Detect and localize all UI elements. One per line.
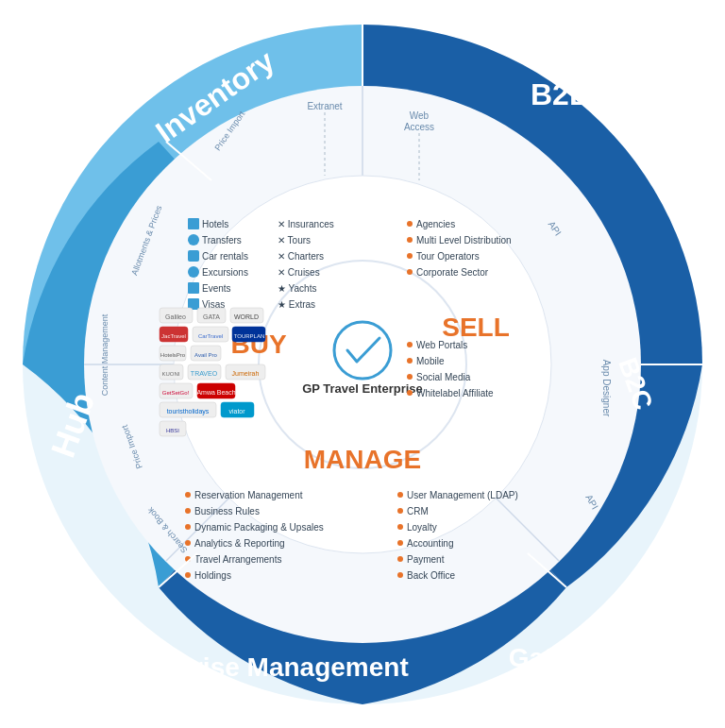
app-designer-label: App Designer xyxy=(601,359,612,416)
svg-text:touristholidays: touristholidays xyxy=(167,408,210,415)
payment-item: Payment xyxy=(407,554,445,565)
crm-item: CRM xyxy=(407,506,429,516)
center-title: GP Travel Enterprise xyxy=(302,381,423,396)
svg-point-19 xyxy=(407,237,413,243)
enterprise-label: Enterprise Management xyxy=(109,652,408,682)
svg-text:GATA: GATA xyxy=(203,313,220,320)
svg-point-31 xyxy=(185,572,191,578)
svg-text:Jumeirah: Jumeirah xyxy=(232,370,260,377)
svg-point-28 xyxy=(185,524,191,530)
cruises-item: ✕ Cruises xyxy=(278,267,320,278)
web-portals-item: Web Portals xyxy=(416,340,467,350)
loyalty-item: Loyalty xyxy=(407,522,437,533)
svg-point-29 xyxy=(185,540,191,546)
reservation-item: Reservation Management xyxy=(194,490,303,500)
svg-text:Amwa Beach: Amwa Beach xyxy=(196,389,235,396)
svg-text:Galileo: Galileo xyxy=(165,313,186,320)
svg-point-35 xyxy=(397,540,403,546)
tour-operators-item: Tour Operators xyxy=(416,251,480,262)
svg-text:TOURPLAN: TOURPLAN xyxy=(234,333,265,339)
svg-rect-12 xyxy=(188,218,199,229)
sell-label: SELL xyxy=(442,313,510,342)
svg-point-22 xyxy=(407,342,413,347)
excursions-item: Excursions xyxy=(202,267,248,278)
content-label: Content Management xyxy=(100,313,110,396)
diagram-container: BUY SELL MANAGE GP Travel Enterprise Inv… xyxy=(13,15,712,714)
dynamic-pkg-item: Dynamic Packaging & Upsales xyxy=(194,522,324,533)
whitelabel-item: Whitelabel Affiliate xyxy=(416,388,494,398)
svg-rect-13 xyxy=(188,234,199,245)
extras-item: ★ Extras xyxy=(278,299,315,310)
tours-item: ✕ Tours xyxy=(278,235,311,245)
svg-text:HotelsPro: HotelsPro xyxy=(160,352,186,358)
mobile-item: Mobile xyxy=(416,356,445,366)
svg-point-21 xyxy=(407,269,413,275)
svg-rect-14 xyxy=(188,250,199,262)
svg-text:GetSetGo!: GetSetGo! xyxy=(162,390,190,396)
svg-point-25 xyxy=(407,390,413,396)
svg-point-20 xyxy=(407,253,413,259)
gateways-label: Gateways xyxy=(509,643,632,672)
svg-text:KUONI: KUONI xyxy=(161,371,179,377)
events-item: Events xyxy=(202,283,231,294)
svg-rect-15 xyxy=(188,266,199,278)
svg-text:WORLD: WORLD xyxy=(234,313,259,320)
user-mgmt-item: User Management (LDAP) xyxy=(407,490,518,500)
svg-text:TRAVEO: TRAVEO xyxy=(191,370,218,377)
multi-level-item: Multi Level Distribution xyxy=(416,235,512,245)
analytics-item: Analytics & Reporting xyxy=(194,538,285,549)
svg-point-36 xyxy=(397,556,403,562)
svg-text:CarTravel: CarTravel xyxy=(198,333,223,339)
corporate-item: Corporate Sector xyxy=(416,267,489,278)
travel-arr-item: Travel Arrangements xyxy=(194,554,281,565)
b2b-label: B2B xyxy=(531,77,591,111)
svg-point-37 xyxy=(397,572,403,578)
extranet-label: Extranet xyxy=(307,101,342,111)
svg-text:viator: viator xyxy=(228,408,245,415)
svg-text:Avail Pro: Avail Pro xyxy=(194,352,218,358)
svg-text:HBSI: HBSI xyxy=(166,428,179,433)
svg-rect-16 xyxy=(188,282,199,294)
agencies-item: Agencies xyxy=(416,219,455,229)
transfers-item: Transfers xyxy=(202,235,242,245)
yachts-item: ★ Yachts xyxy=(278,283,316,294)
svg-text:JacTravel: JacTravel xyxy=(161,333,186,339)
holdings-item: Holdings xyxy=(194,570,231,581)
business-rules-item: Business Rules xyxy=(194,506,260,516)
svg-point-33 xyxy=(397,508,403,514)
svg-point-26 xyxy=(185,492,191,498)
charters-item: ✕ Charters xyxy=(278,251,324,262)
insurances-item: ✕ Insurances xyxy=(278,219,334,229)
svg-point-24 xyxy=(407,374,413,380)
hotels-item: Hotels xyxy=(202,219,228,229)
back-office-item: Back Office xyxy=(407,570,455,581)
svg-point-32 xyxy=(397,492,403,498)
carrentals-item: Car rentals xyxy=(202,251,248,262)
svg-point-23 xyxy=(407,358,413,364)
manage-label: MANAGE xyxy=(304,445,421,474)
web-access-label: Web xyxy=(410,110,430,121)
svg-point-27 xyxy=(185,508,191,514)
web-access-label2: Access xyxy=(404,122,434,132)
svg-point-34 xyxy=(397,524,403,530)
svg-point-18 xyxy=(407,221,413,227)
social-media-item: Social Media xyxy=(416,372,471,382)
accounting-item: Accounting xyxy=(407,538,453,549)
